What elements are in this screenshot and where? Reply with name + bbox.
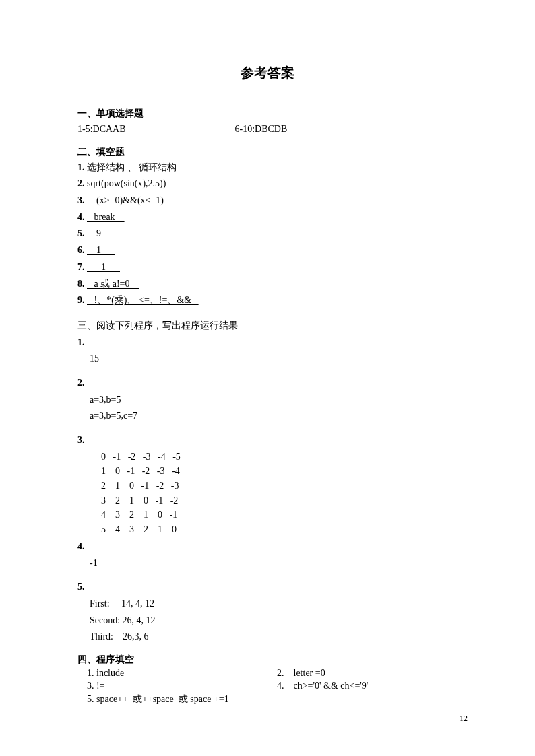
r1-a: 15 (77, 351, 458, 366)
q1-b: 循环结构 (139, 162, 177, 172)
mc-answers: 1-5:DCAAB 6-10:DBCDB (77, 122, 458, 137)
read-q5: 5. (77, 580, 458, 594)
read-q4: 4. (77, 539, 458, 554)
fill-q4: 4. break (77, 210, 458, 225)
q1-a: 选择结构 (87, 162, 125, 172)
q5-num: 5. (77, 228, 85, 238)
q9-a: !、*(乘)、 <=、!=、&& (87, 295, 199, 305)
q1-sep: 、 (127, 162, 137, 172)
r5-l3: Third: 26,3, 6 (77, 629, 458, 644)
read-q1: 1. (77, 335, 458, 350)
mc-1-5: 1-5:DCAAB (77, 122, 232, 137)
r4-num: 4. (77, 541, 85, 551)
p4: 4. ch>='0' && ch<='9' (268, 681, 458, 691)
q3-a: (x>=0)&&(x<=1) (87, 195, 173, 205)
p2: 2. letter =0 (268, 668, 458, 679)
section2-head: 二、填空题 (77, 146, 458, 158)
read-q3: 3. (77, 433, 458, 448)
q3-num: 3. (77, 195, 85, 205)
r3-matrix: 0 -1 -2 -3 -4 -5 1 0 -1 -2 -3 -4 2 1 0 -… (77, 450, 458, 537)
fill-q7: 7. 1 (77, 260, 458, 275)
page-title: 参考答案 (77, 64, 458, 82)
p1: 1. include (77, 668, 268, 679)
fill-prog: 1. include 2. letter =0 3. != 4. ch>='0'… (77, 668, 458, 708)
r2-l2: a=3,b=5,c=7 (77, 409, 458, 423)
q8-num: 8. (77, 279, 85, 289)
r1-num: 1. (77, 337, 85, 347)
page-number: 12 (460, 714, 468, 724)
mc-6-10: 6-10:DBCDB (235, 124, 288, 134)
q5-a: 9 (87, 228, 115, 238)
p3: 3. != (77, 681, 268, 691)
r2-l1: a=3,b=5 (77, 392, 458, 407)
q4-num: 4. (77, 212, 85, 222)
q2-num: 2. (77, 178, 85, 188)
fill-q3: 3. (x>=0)&&(x<=1) (77, 193, 458, 208)
r4-a: -1 (77, 556, 458, 571)
r5-l1: First: 14, 4, 12 (77, 596, 458, 611)
q4-a: break (87, 212, 125, 222)
r5-num: 5. (77, 582, 85, 592)
q6-num: 6. (77, 245, 85, 255)
r3-num: 3. (77, 435, 85, 445)
q7-a: 1 (87, 262, 120, 272)
fill-q9: 9. !、*(乘)、 <=、!=、&& (77, 293, 458, 308)
p5: 5. space++ 或++space 或 space +=1 (77, 693, 458, 706)
q7-num: 7. (77, 262, 85, 272)
q9-num: 9. (77, 295, 85, 305)
section1-head: 一、单项选择题 (77, 108, 458, 120)
fill-q2: 2. sqrt(pow(sin(x),2.5)) (77, 176, 458, 191)
q1-num: 1. (77, 162, 85, 172)
fill-q1: 1. 选择结构 、 循环结构 (77, 160, 458, 175)
q2-a: sqrt(pow(sin(x),2.5)) (87, 178, 166, 188)
r2-num: 2. (77, 378, 85, 388)
section4-head: 四、程序填空 (77, 654, 458, 666)
r5-l2: Second: 26, 4, 12 (77, 613, 458, 628)
fill-q6: 6. 1 (77, 243, 458, 258)
q8-a: a 或 a!=0 (87, 279, 139, 289)
q6-a: 1 (87, 245, 115, 255)
section3-head: 三、阅读下列程序，写出程序运行结果 (77, 318, 458, 333)
read-q2: 2. (77, 376, 458, 390)
fill-q8: 8. a 或 a!=0 (77, 277, 458, 291)
fill-q5: 5. 9 (77, 226, 458, 241)
